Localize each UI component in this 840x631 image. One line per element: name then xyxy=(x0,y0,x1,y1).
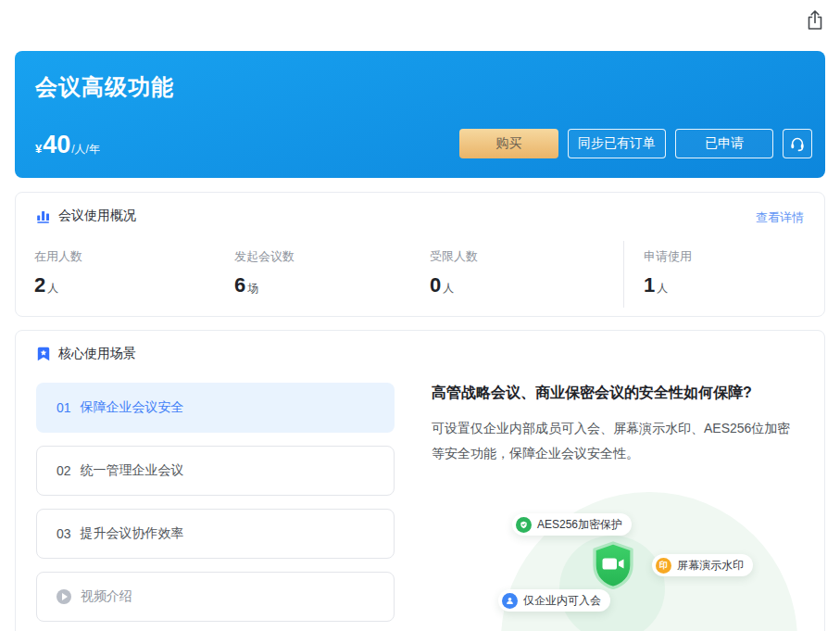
stat-unit: 场 xyxy=(247,281,258,297)
stat-label: 申请使用 xyxy=(644,248,692,265)
scenarios-card-title: 核心使用场景 xyxy=(58,346,136,362)
video-intro-item[interactable]: 视频介绍 xyxy=(36,572,395,622)
video-intro-label: 视频介绍 xyxy=(81,588,132,605)
stat-label: 受限人数 xyxy=(430,248,478,265)
badge-label: AES256加密保护 xyxy=(537,517,622,533)
play-icon xyxy=(56,589,71,604)
badge-label: 仅企业内可入会 xyxy=(523,593,601,609)
scenarios-card-header: 核心使用场景 xyxy=(36,346,136,362)
applied-button[interactable]: 已申请 xyxy=(675,129,773,158)
scenario-list: 01 保障企业会议安全 02 统一管理企业会议 03 提升会议协作效率 视频介绍 xyxy=(36,383,395,631)
sync-orders-button[interactable]: 同步已有订单 xyxy=(568,129,666,158)
price: ¥ 40 /人/年 xyxy=(35,133,100,158)
badge-aes256: AES256加密保护 xyxy=(512,513,632,536)
headset-icon xyxy=(789,135,806,152)
usage-card-title: 会议使用概况 xyxy=(58,208,136,224)
scenario-item-2[interactable]: 02 统一管理企业会议 xyxy=(36,446,395,496)
scenario-number: 02 xyxy=(56,463,71,478)
stat-meetings-started: 发起会议数 6 场 xyxy=(234,248,295,297)
badge-watermark: 印 屏幕演示水印 xyxy=(652,554,753,576)
support-button[interactable] xyxy=(783,129,812,158)
stamp-icon: 印 xyxy=(656,558,671,574)
scenario-detail-desc-line2: 等安全功能，保障企业会议安全性。 xyxy=(432,441,813,466)
badge-label: 屏幕演示水印 xyxy=(677,558,744,574)
price-currency: ¥ xyxy=(35,142,42,156)
share-icon xyxy=(805,9,825,32)
stats-divider xyxy=(623,241,624,308)
scenario-item-3[interactable]: 03 提升会议协作效率 xyxy=(36,509,395,559)
security-shield-illustration xyxy=(591,541,635,589)
stat-value: 0 xyxy=(430,273,441,297)
person-icon xyxy=(502,593,518,609)
view-details-link[interactable]: 查看详情 xyxy=(756,209,804,226)
stat-label: 发起会议数 xyxy=(234,248,295,265)
illustration-dot xyxy=(802,562,815,574)
shield-check-icon xyxy=(516,517,532,533)
scenario-label: 提升会议协作效率 xyxy=(81,525,184,542)
stat-unit: 人 xyxy=(47,281,58,297)
scenario-item-1[interactable]: 01 保障企业会议安全 xyxy=(36,383,395,433)
bookmark-star-icon xyxy=(36,347,51,361)
scenario-label: 保障企业会议安全 xyxy=(81,399,184,416)
buy-button[interactable]: 购买 xyxy=(459,129,558,158)
scenario-number: 03 xyxy=(56,526,71,541)
usage-overview-card: 会议使用概况 查看详情 在用人数 2 人 发起会议数 6 场 受限人数 0 人 … xyxy=(15,192,825,317)
stat-value: 2 xyxy=(34,273,45,297)
page-title: 会议高级功能 xyxy=(35,72,174,102)
stat-apply-usage: 申请使用 1 人 xyxy=(644,248,692,297)
price-unit: /人/年 xyxy=(71,142,100,158)
badge-internal-only: 仅企业内可入会 xyxy=(498,589,610,612)
scenario-detail-heading: 高管战略会议、商业保密会议的安全性如何保障? xyxy=(432,384,813,403)
stat-value: 1 xyxy=(644,273,655,297)
share-button[interactable] xyxy=(804,9,826,33)
price-amount: 40 xyxy=(43,133,70,158)
usage-card-header: 会议使用概况 xyxy=(36,208,136,224)
bar-chart-icon xyxy=(36,208,51,223)
banner-actions: 购买 同步已有订单 已申请 xyxy=(459,129,812,158)
stat-unit: 人 xyxy=(443,281,454,297)
scenario-detail-desc-line1: 可设置仅企业内部成员可入会、屏幕演示水印、AES256位加密 xyxy=(432,416,813,441)
scenario-label: 统一管理企业会议 xyxy=(81,462,184,479)
core-scenarios-card: 核心使用场景 01 保障企业会议安全 02 统一管理企业会议 03 提升会议协作… xyxy=(15,330,825,631)
stat-value: 6 xyxy=(234,273,245,297)
stat-label: 在用人数 xyxy=(34,248,82,265)
scenario-number: 01 xyxy=(56,400,71,415)
banner: 会议高级功能 ¥ 40 /人/年 购买 同步已有订单 已申请 xyxy=(15,51,825,178)
stat-unit: 人 xyxy=(657,281,668,297)
scenario-detail: 高管战略会议、商业保密会议的安全性如何保障? 可设置仅企业内部成员可入会、屏幕演… xyxy=(432,384,813,466)
stat-active-users: 在用人数 2 人 xyxy=(34,248,82,297)
shield-camera-icon xyxy=(591,541,635,589)
stat-restricted-users: 受限人数 0 人 xyxy=(430,248,478,297)
